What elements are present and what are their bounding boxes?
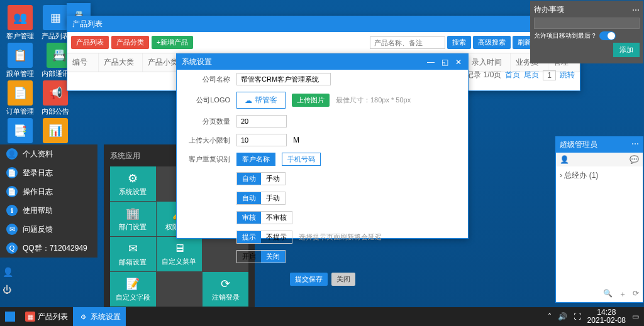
btn-product-category[interactable]: 产品分类 <box>111 36 149 49</box>
app-settings[interactable]: ⚙系统设置 <box>110 166 156 201</box>
settings-title: 系统设置 <box>182 57 212 67</box>
search-input[interactable] <box>370 36 445 49</box>
side-mini-icons: 👤 ⏻ <box>3 267 13 295</box>
todo-toggle[interactable] <box>599 31 616 40</box>
page-go[interactable]: 跳转 <box>560 70 575 80</box>
todo-widget: 待办事项⋯ 允许项目移动到最后？ 添加 <box>530 1 643 63</box>
todo-add-button[interactable]: 添加 <box>613 43 640 57</box>
btn-product-list[interactable]: 产品列表 <box>71 36 109 49</box>
app-dept[interactable]: 🏢部门设置 <box>110 202 156 236</box>
open-toggle[interactable]: 开启关闭 <box>236 250 286 263</box>
settings-window: 系统设置 —◱✕ 公司名称 公司LOGO☁帮管客上传图片最佳尺寸：180px *… <box>176 53 469 239</box>
taskbar-product[interactable]: ▦产品列表 <box>20 307 73 326</box>
taskbar-settings[interactable]: ⚙系统设置 <box>73 307 126 326</box>
tile-follow[interactable]: 📋跟单管理 <box>6 43 34 79</box>
sidebar-feedback[interactable]: ✉问题反馈 <box>0 220 97 239</box>
todo-title: 待办事项 <box>534 4 564 15</box>
sidebar-oplog[interactable]: 📄操作日志 <box>0 182 97 201</box>
dup-name[interactable]: 客户名称 <box>236 153 275 166</box>
app-fields[interactable]: 📝自定义字段 <box>110 272 156 307</box>
tray-up-icon[interactable]: ˄ <box>548 312 552 321</box>
search-button[interactable]: 搜索 <box>447 36 471 49</box>
tile-notice[interactable]: 📢内部公告 <box>42 80 69 116</box>
sidebar-loginlog[interactable]: 📄登录日志 <box>0 163 97 182</box>
company-name-input[interactable] <box>236 73 331 85</box>
admin-add-icon[interactable]: ＋ <box>619 289 626 300</box>
window-titlebar[interactable]: 产品列表 — ◱ ✕ <box>67 16 580 32</box>
tile-order[interactable]: 📄订单管理 <box>6 80 34 116</box>
auto-toggle1[interactable]: 自动手动 <box>236 172 286 185</box>
sidebar-help[interactable]: ℹ使用帮助 <box>0 201 97 220</box>
minimize-icon[interactable]: — <box>426 58 435 67</box>
todo-menu-icon[interactable]: ⋯ <box>632 6 640 14</box>
admin-title: 超级管理员 <box>560 139 597 150</box>
sidebar-profile[interactable]: 👤个人资料 <box>0 144 97 163</box>
todo-input1[interactable] <box>534 18 640 29</box>
admin-refresh-icon[interactable]: ⟳ <box>633 289 639 300</box>
tray-sound-icon[interactable]: 🔊 <box>558 312 567 321</box>
adv-search-button[interactable]: 高级搜索 <box>473 36 511 49</box>
sidebar-qq[interactable]: QQQ群：712042949 <box>0 239 97 258</box>
left-sidebar: 👤个人资料 📄登录日志 📄操作日志 ℹ使用帮助 ✉问题反馈 QQQ群：71204… <box>0 144 97 258</box>
page-first[interactable]: 首页 <box>505 70 520 80</box>
tray-fullscreen-icon[interactable]: ⛶ <box>574 312 581 321</box>
user-icon[interactable]: 👤 <box>3 267 13 277</box>
pagesize-input[interactable] <box>236 115 287 128</box>
admin-search-icon[interactable]: 🔍 <box>603 289 613 300</box>
user-icon[interactable]: 👤 <box>560 155 569 164</box>
tree-item[interactable]: 总经办 (1) <box>564 171 598 180</box>
uploadlimit-input[interactable] <box>236 134 287 146</box>
close-button[interactable]: 关闭 <box>331 273 355 286</box>
tray-clock[interactable]: 14:282021-02-08 <box>587 308 626 325</box>
close-icon[interactable]: ✕ <box>454 58 463 67</box>
tip-toggle[interactable]: 提示不提示 <box>236 231 292 244</box>
paging: 0 条记录 1/0页 首页 尾页 1 跳转 <box>452 70 575 80</box>
settings-titlebar[interactable]: 系统设置 —◱✕ <box>177 54 468 70</box>
power-icon[interactable]: ⏻ <box>3 285 13 295</box>
tray-notif-icon[interactable]: ▭ <box>632 312 639 321</box>
app-mail[interactable]: ✉邮箱设置 <box>110 237 156 271</box>
start-button[interactable] <box>0 307 20 326</box>
window-title: 产品列表 <box>72 19 103 30</box>
btn-add-product[interactable]: +新增产品 <box>152 36 193 49</box>
taskbar: ▦产品列表 ⚙系统设置 ˄ 🔊 ⛶ 14:282021-02-08 ▭ <box>0 307 644 326</box>
admin-panel: 超级管理员⋯ 👤💬 › 总经办 (1) 🔍＋⟳ <box>555 136 643 303</box>
upload-button[interactable]: 上传图片 <box>292 94 330 107</box>
maximize-icon[interactable]: ◱ <box>440 58 449 67</box>
auto-toggle2[interactable]: 自动手动 <box>236 192 286 205</box>
chat-icon[interactable]: 💬 <box>630 155 639 164</box>
page-last[interactable]: 尾页 <box>524 70 539 80</box>
review-toggle[interactable]: 审核不审核 <box>236 211 292 224</box>
tile-product[interactable]: ▦产品列表 <box>42 5 69 41</box>
admin-menu-icon[interactable]: ⋯ <box>631 139 639 150</box>
save-button[interactable]: 提交保存 <box>290 273 328 286</box>
tile-customer[interactable]: 👥客户管理 <box>6 5 34 41</box>
dup-phone[interactable]: 手机号码 <box>282 153 321 166</box>
logo-preview: ☁帮管客 <box>236 92 286 109</box>
